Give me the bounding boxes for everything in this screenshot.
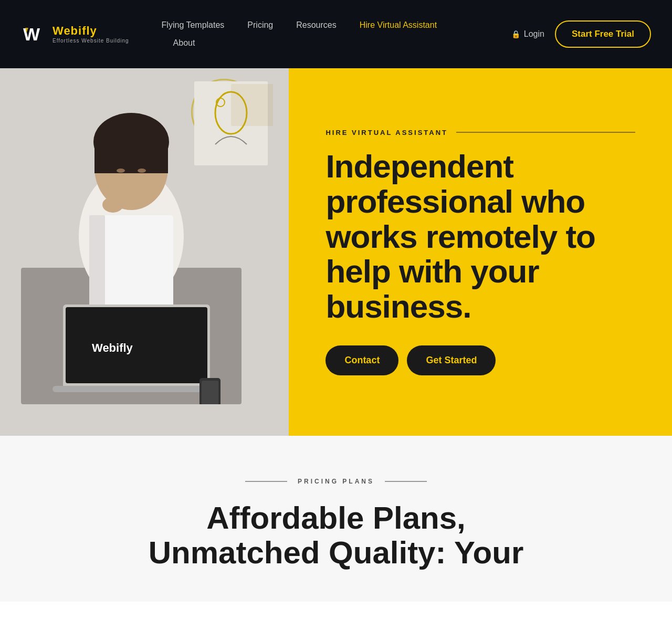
svg-text:Webifly: Webifly	[92, 341, 133, 354]
svg-point-12	[138, 169, 146, 173]
login-button[interactable]: 🔒 Login	[511, 29, 544, 39]
hero-image-panel: Webifly	[0, 68, 289, 436]
logo-icon: W	[21, 20, 48, 48]
pricing-line-left	[245, 481, 287, 482]
nav-row-1: Flying Templates Pricing Resources Hire …	[150, 16, 511, 34]
nav-links-wrapper: Flying Templates Pricing Resources Hire …	[150, 16, 511, 52]
hero-title: Independent professional who works remot…	[326, 149, 635, 325]
pricing-title-line2: Unmatched Quality: Your	[149, 535, 524, 570]
pricing-title-line1: Affordable Plans,	[206, 500, 465, 536]
navbar: W Webifly Effortless Website Building Fl…	[0, 0, 672, 68]
hero-image-inner: Webifly	[0, 68, 289, 436]
svg-rect-19	[52, 386, 220, 392]
svg-point-15	[102, 197, 123, 213]
lock-icon: 🔒	[511, 30, 520, 38]
hero-section: Webifly HIRE VIRTUAL ASSISTANT Independe…	[0, 68, 672, 436]
get-started-button[interactable]: Get Started	[407, 345, 496, 375]
logo-link[interactable]: W Webifly Effortless Website Building	[21, 20, 129, 48]
svg-rect-17	[66, 307, 207, 383]
pricing-line-right	[385, 481, 427, 482]
svg-point-11	[117, 169, 125, 173]
nav-hire-va[interactable]: Hire Virtual Assistant	[348, 16, 448, 34]
svg-rect-21	[202, 381, 218, 404]
brand-name: Webifly	[52, 25, 129, 37]
person-figure: Webifly	[21, 100, 242, 404]
hero-buttons: Contact Get Started	[326, 345, 635, 375]
pricing-label: PRICING PLANS	[21, 478, 651, 485]
nav-right: 🔒 Login Start Free Trial	[511, 20, 651, 48]
login-label: Login	[524, 29, 544, 39]
contact-button[interactable]: Contact	[326, 345, 398, 375]
nav-pricing[interactable]: Pricing	[236, 16, 285, 34]
hero-content-panel: HIRE VIRTUAL ASSISTANT Independent profe…	[289, 68, 672, 436]
nav-row-2: About	[150, 34, 511, 52]
nav-about[interactable]: About	[162, 34, 207, 52]
nav-resources[interactable]: Resources	[285, 16, 348, 34]
hero-label-line	[456, 132, 635, 133]
brand-subtitle: Effortless Website Building	[52, 38, 129, 44]
pricing-label-text: PRICING PLANS	[298, 478, 374, 485]
hero-section-label: HIRE VIRTUAL ASSISTANT	[326, 129, 635, 136]
pricing-title: Affordable Plans, Unmatched Quality: You…	[21, 501, 651, 570]
svg-rect-10	[94, 142, 168, 173]
svg-text:W: W	[23, 24, 40, 44]
start-trial-button[interactable]: Start Free Trial	[555, 20, 651, 48]
pricing-section: PRICING PLANS Affordable Plans, Unmatche…	[0, 436, 672, 602]
nav-flying-templates[interactable]: Flying Templates	[150, 16, 236, 34]
hero-label-text: HIRE VIRTUAL ASSISTANT	[326, 129, 448, 136]
